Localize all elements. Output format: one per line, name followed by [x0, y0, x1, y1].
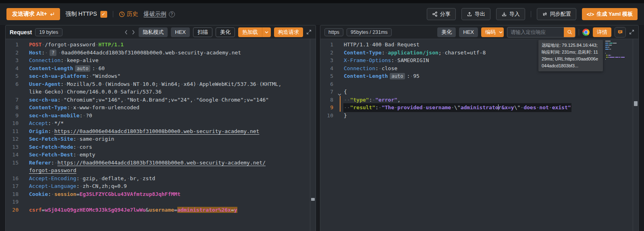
line-content[interactable]: Content-Lengthauto:·60 [23, 65, 316, 73]
line-content[interactable]: Sec-Fetch-Mode:·cors [23, 143, 316, 151]
line-number[interactable]: 16 [6, 175, 23, 183]
response-editor[interactable]: 1HTTP/1.1·400·Bad·Request2Content-Type:·… [320, 39, 638, 231]
encode-dropdown-chevron[interactable] [497, 27, 504, 37]
line-number[interactable]: 2 [6, 49, 23, 57]
editor-line[interactable]: 8Content-Type:·x-www-form-urlencoded [6, 104, 316, 112]
help-icon[interactable]: ? [169, 11, 175, 17]
open-in-chrome-icon[interactable] [582, 29, 590, 36]
line-number[interactable] [6, 166, 23, 175]
request-scrollbar[interactable] [310, 39, 316, 231]
privacy-mode-button[interactable]: 隐私模式 [139, 27, 168, 37]
request-scrollbar-thumb[interactable] [311, 198, 315, 201]
line-content[interactable]: { [338, 88, 638, 96]
hot-reload-dropdown[interactable] [262, 27, 271, 37]
editor-line[interactable]: 4Content-Lengthauto:·60 [6, 65, 316, 73]
history-next-button[interactable] [131, 30, 135, 35]
response-search-input[interactable] [507, 27, 564, 37]
line-content[interactable]: ··"type":·"error", [338, 96, 638, 104]
line-content[interactable] [23, 198, 316, 206]
scan-button[interactable]: 扫描 [193, 27, 212, 37]
import-button[interactable]: 导入 [496, 8, 525, 20]
line-content[interactable]: Host:·?·0aad006e044adcd1803bf310008b00e0… [23, 49, 316, 57]
line-number[interactable]: 2 [320, 49, 338, 57]
force-https-toggle[interactable]: 强制 HTTPS ✓ [66, 10, 107, 18]
line-number[interactable]: 13 [6, 143, 23, 151]
response-hex-button[interactable]: HEX [459, 27, 478, 37]
editor-line[interactable]: 12Sec-Fetch-Site:·same-origin [6, 135, 316, 143]
encode-dropdown-button[interactable]: 编码 [481, 27, 504, 37]
editor-line[interactable]: 17Accept-Language:·zh-CN,zh;q=0.9 [6, 182, 316, 190]
response-scrollbar[interactable] [633, 39, 638, 231]
line-number[interactable]: 1 [320, 41, 338, 49]
editor-line[interactable]: 5sec-ch-ua-platform:·"Windows" [6, 72, 316, 80]
line-content[interactable]: Origin:·https://0aad006e044adcd1803bf310… [23, 127, 316, 135]
line-number[interactable]: 8 [6, 104, 23, 112]
request-editor[interactable]: 1POST·/forgot-password·HTTP/1.12Host:·?·… [6, 39, 316, 231]
force-https-checkbox[interactable]: ✓ [100, 11, 107, 18]
hot-reload-split-button[interactable]: 热加载 [238, 27, 271, 37]
line-number[interactable]: 9 [6, 112, 23, 120]
history-prev-button[interactable] [124, 30, 128, 35]
editor-line[interactable]: 15Referer:·https://0aad006e044adcd1803bf… [6, 159, 316, 167]
line-content[interactable] [338, 80, 638, 88]
request-beautify-button[interactable]: 美化 [216, 27, 235, 37]
line-number[interactable]: 10 [320, 112, 338, 120]
editor-line[interactable]: like·Gecko)·Chrome/146.0.0.0·Safari/537.… [6, 88, 316, 96]
editor-line[interactable]: 13Sec-Fetch-Mode:·cors [6, 143, 316, 151]
line-content[interactable]: Sec-Fetch-Dest:·empty [23, 151, 316, 159]
line-number[interactable]: 14 [6, 151, 23, 159]
editor-line[interactable]: 8··"type":·"error", [320, 96, 638, 104]
share-button[interactable]: 分享 [427, 8, 456, 20]
editor-line[interactable]: 1POST·/forgot-password·HTTP/1.1 [6, 41, 316, 49]
editor-line[interactable]: 2Host:·?·0aad006e044adcd1803bf310008b00e… [6, 49, 316, 57]
line-number[interactable]: 9 [320, 104, 338, 112]
line-number[interactable]: 4 [6, 65, 23, 73]
editor-line[interactable]: 16Accept-Encoding:·gzip,·deflate,·br,·zs… [6, 175, 316, 183]
line-number[interactable]: 6 [6, 80, 23, 88]
editor-line[interactable]: 18Cookie:·session=Eg3SLFZYCGbLu43VAfmtzu… [6, 190, 316, 198]
generate-yaml-button[interactable]: </> 生成 Yaml 模板 [582, 8, 638, 20]
editor-line[interactable]: 7{ [320, 88, 638, 96]
response-fullscreen-icon[interactable] [629, 29, 634, 35]
editor-line[interactable]: 6User-Agent:·Mozilla/5.0·(Windows·NT·10.… [6, 80, 316, 88]
line-content[interactable]: sec-ch-ua-platform:·"Windows" [23, 72, 316, 80]
editor-line[interactable]: 5Content-Lengthauto:·95 [320, 72, 638, 80]
line-number[interactable]: 11 [6, 127, 23, 135]
editor-line[interactable]: 6 [320, 80, 638, 88]
line-content[interactable]: Content-Type:·x-www-form-urlencoded [23, 104, 316, 112]
request-editor-lines[interactable]: 1POST·/forgot-password·HTTP/1.12Host:·?·… [6, 41, 316, 214]
request-tab[interactable]: Request [10, 29, 32, 35]
line-content[interactable]: forgot-password [23, 166, 316, 175]
request-hex-button[interactable]: HEX [171, 27, 190, 37]
line-number[interactable]: 1 [6, 41, 23, 49]
editor-line[interactable]: 19 [6, 198, 316, 206]
line-content[interactable]: Accept:·*/* [23, 119, 316, 127]
response-scrollbar-thumb[interactable] [634, 101, 638, 106]
line-number[interactable]: 20 [6, 206, 23, 214]
line-number[interactable]: 5 [6, 72, 23, 80]
line-content[interactable]: Cookie:·session=Eg3SLFZYCGbLu43VAfmtzup8… [23, 190, 316, 198]
line-content[interactable]: sec-ch-ua:·"Chromium";v="146",·"Not-A.Br… [23, 96, 316, 104]
editor-line[interactable]: 3Connection:·keep-alive [6, 56, 316, 65]
editor-line[interactable]: 9··"result":·"The·provided·username·\"ad… [320, 104, 638, 112]
editor-line[interactable]: 7sec-ch-ua:·"Chromium";v="146",·"Not-A.B… [6, 96, 316, 104]
editor-line[interactable]: 9sec-ch-ua-mobile:·?0 [6, 112, 316, 120]
line-content[interactable]: } [338, 112, 638, 120]
line-number[interactable]: 5 [320, 72, 338, 80]
line-number[interactable]: 15 [6, 159, 23, 167]
fold-chevron-icon[interactable] [338, 91, 341, 94]
line-number[interactable]: 7 [320, 88, 338, 96]
search-button[interactable] [564, 27, 575, 37]
line-number[interactable]: 6 [320, 80, 338, 88]
line-content[interactable]: User-Agent:·Mozilla/5.0·(Windows·NT·10.0… [23, 80, 316, 88]
code-minimap[interactable] [605, 41, 632, 61]
line-number[interactable]: 10 [6, 119, 23, 127]
line-content[interactable]: csrf=wSj041uQ9gzHEOMc9J3kSgQ94Je7lwWu&us… [23, 206, 316, 214]
send-request-button[interactable]: 发送请求 Alt+ [6, 8, 60, 20]
line-number[interactable] [6, 88, 23, 96]
history-button[interactable]: 历史 [119, 10, 138, 18]
build-request-button[interactable]: 构造请求 [274, 27, 303, 37]
export-button[interactable]: 导出 [461, 8, 490, 20]
line-content[interactable]: Sec-Fetch-Site:·same-origin [23, 135, 316, 143]
fuzz-example-link[interactable]: 爆破示例 [144, 10, 166, 18]
